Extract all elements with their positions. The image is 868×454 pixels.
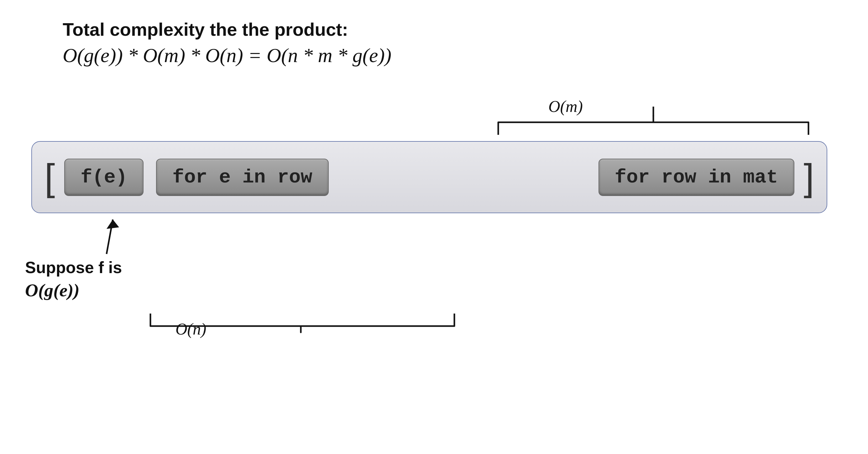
brace-on-label: O(n): [176, 320, 206, 338]
svg-marker-1: [106, 219, 119, 229]
bracket-left: [: [44, 158, 55, 196]
annotation-suppose-text: Suppose f is: [25, 257, 122, 278]
formula-display: O(g(e)) * O(m) * O(n) = O(n * m * g(e)): [63, 44, 392, 67]
code-box-fe: f(e): [64, 159, 144, 196]
code-box-for-e-in-row: for e in row: [156, 159, 329, 196]
code-box-for-row-in-mat: for row in mat: [598, 159, 794, 196]
bracket-right: ]: [804, 158, 814, 196]
annotation-suppose-f: Suppose f is O(g(e)): [25, 257, 122, 302]
brace-om-label: O(m): [548, 97, 583, 116]
page-title: Total complexity the the product:: [63, 19, 348, 40]
list-comprehension-box: [ f(e) for e in row for row in mat ]: [31, 141, 827, 213]
annotations-svg: [0, 0, 868, 454]
main-container: Total complexity the the product: O(g(e)…: [0, 0, 868, 454]
svg-line-0: [106, 219, 113, 254]
annotation-oge-text: O(g(e)): [25, 278, 122, 302]
